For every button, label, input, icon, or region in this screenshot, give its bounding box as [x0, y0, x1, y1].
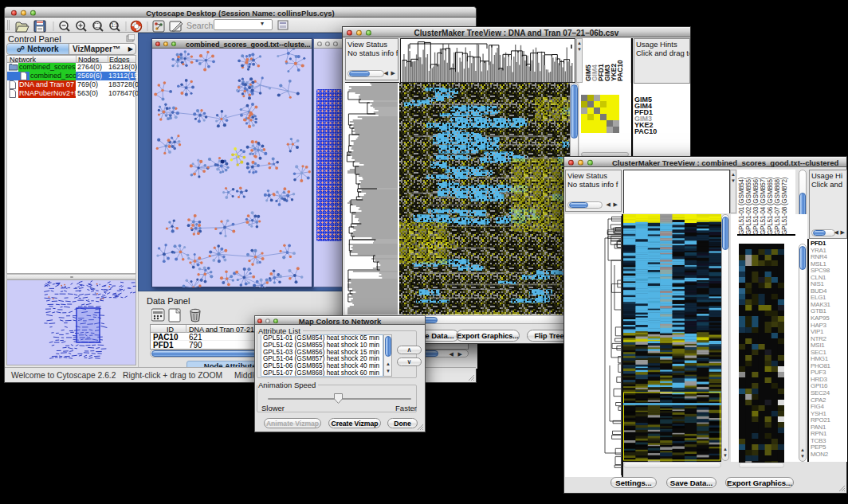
svg-text:GPL51-01 (GSM854): GPL51-01 (GSM854)	[738, 177, 745, 235]
svg-text:GPL51-03 (GSM856): GPL51-03 (GSM856)	[752, 177, 760, 235]
svg-text:1:1: 1:1	[111, 22, 118, 28]
svg-text:PAC10: PAC10	[616, 60, 624, 81]
svg-text:GPL51-08 (GSM872): GPL51-08 (GSM872)	[781, 177, 788, 235]
svg-text:GPL51-06 (GSM865): GPL51-06 (GSM865)	[767, 177, 774, 235]
svg-text:GPL51-02 (GSM855): GPL51-02 (GSM855)	[745, 177, 752, 235]
svg-text:GPL51-04 (GSM857): GPL51-04 (GSM857)	[760, 177, 767, 235]
svg-text:GPL51-07 (GSM868): GPL51-07 (GSM868)	[774, 177, 781, 235]
